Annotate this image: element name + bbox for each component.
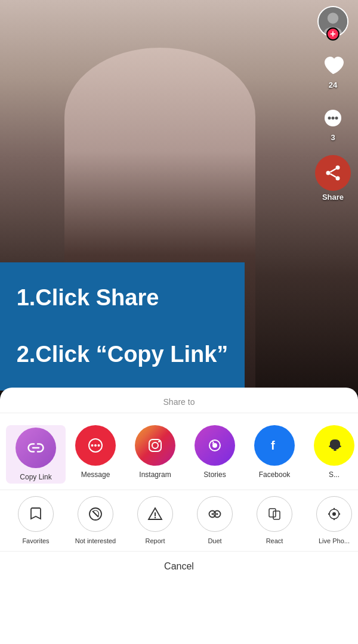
- svg-point-9: [336, 177, 340, 181]
- share-instagram[interactable]: Instagram: [125, 425, 185, 484]
- facebook-label: Facebook: [259, 470, 291, 479]
- react-icon: [257, 496, 292, 532]
- svg-rect-31: [273, 511, 280, 519]
- svg-point-8: [326, 171, 331, 175]
- svg-point-18: [152, 442, 158, 448]
- snap-icon-circle: [314, 425, 354, 466]
- message-icon-circle: [75, 425, 116, 466]
- avatar-container[interactable]: +: [317, 6, 348, 37]
- svg-point-33: [332, 512, 336, 516]
- follow-plus-badge[interactable]: +: [326, 27, 340, 41]
- live-photo-icon: [316, 496, 352, 532]
- cancel-button[interactable]: Cancel: [0, 551, 358, 581]
- share-panel-header: Share to: [0, 388, 358, 413]
- svg-text:f: f: [271, 439, 275, 452]
- comment-action[interactable]: 3: [320, 105, 346, 142]
- share-circle: [315, 155, 351, 191]
- action-icons-row: Favorites Not interested Report: [0, 490, 358, 551]
- svg-point-5: [332, 117, 335, 120]
- action-live-photo[interactable]: Live Pho...: [304, 496, 358, 545]
- instagram-label: Instagram: [139, 470, 171, 479]
- share-copy-link[interactable]: Copy Link: [6, 425, 66, 484]
- react-label: React: [266, 537, 283, 545]
- instruction-step1: 1.Click Share: [17, 284, 229, 312]
- svg-point-15: [94, 444, 97, 447]
- share-snap[interactable]: S...: [304, 425, 358, 484]
- svg-point-36: [328, 513, 329, 515]
- instruction-text: 1.Click Share 2.Click “Copy Link”: [17, 284, 229, 369]
- instruction-step2: 2.Click “Copy Link”: [17, 340, 229, 369]
- svg-line-11: [331, 174, 337, 178]
- copy-link-icon-circle: [16, 428, 56, 468]
- svg-point-29: [217, 513, 218, 515]
- share-icons-row: Copy Link Message Instagr: [0, 413, 358, 490]
- svg-point-28: [212, 513, 214, 515]
- comment-count: 3: [331, 133, 335, 142]
- svg-rect-30: [269, 509, 276, 517]
- svg-point-34: [334, 508, 335, 509]
- instruction-overlay: 1.Click Share 2.Click “Copy Link”: [0, 262, 245, 391]
- share-label: Share: [322, 193, 344, 202]
- not-interested-icon: [78, 496, 113, 532]
- right-sidebar: + 24 3: [315, 6, 351, 202]
- report-label: Report: [145, 537, 165, 545]
- svg-point-19: [158, 441, 160, 442]
- duet-label: Duet: [208, 537, 221, 545]
- svg-point-37: [339, 513, 340, 515]
- svg-point-16: [98, 444, 100, 447]
- svg-line-23: [92, 511, 98, 517]
- svg-point-25: [155, 517, 156, 518]
- action-report[interactable]: Report: [125, 496, 185, 545]
- share-facebook[interactable]: f Facebook: [245, 425, 304, 484]
- like-action[interactable]: 24: [320, 52, 346, 89]
- not-interested-label: Not interested: [75, 537, 116, 545]
- duet-icon: [197, 496, 233, 532]
- stories-label: Stories: [203, 470, 226, 479]
- comment-icon: [320, 105, 346, 131]
- stories-icon-circle: [195, 425, 235, 466]
- share-panel: Share to Copy Link Mess: [0, 388, 358, 644]
- facebook-icon-circle: f: [254, 425, 295, 466]
- share-stories[interactable]: Stories: [185, 425, 245, 484]
- svg-point-21: [212, 443, 217, 448]
- svg-point-4: [328, 117, 331, 120]
- svg-line-10: [331, 169, 337, 172]
- share-message[interactable]: Message: [66, 425, 125, 484]
- action-not-interested[interactable]: Not interested: [66, 496, 125, 545]
- favorites-label: Favorites: [22, 537, 49, 545]
- message-label: Message: [81, 470, 110, 479]
- report-icon: [137, 496, 173, 532]
- heart-icon: [320, 52, 346, 79]
- action-favorites[interactable]: Favorites: [6, 496, 66, 545]
- svg-point-14: [91, 444, 94, 447]
- like-count: 24: [329, 80, 337, 89]
- svg-point-1: [328, 13, 338, 23]
- share-action[interactable]: Share: [315, 155, 351, 202]
- live-photo-label: Live Pho...: [319, 537, 350, 545]
- favorites-icon: [18, 496, 54, 532]
- snap-label: S...: [329, 470, 340, 479]
- svg-point-7: [336, 166, 340, 170]
- instagram-icon-circle: [135, 425, 175, 466]
- svg-point-6: [335, 117, 338, 120]
- svg-point-35: [334, 519, 335, 520]
- action-duet[interactable]: Duet: [185, 496, 245, 545]
- action-react[interactable]: React: [245, 496, 304, 545]
- copy-link-label: Copy Link: [20, 473, 51, 481]
